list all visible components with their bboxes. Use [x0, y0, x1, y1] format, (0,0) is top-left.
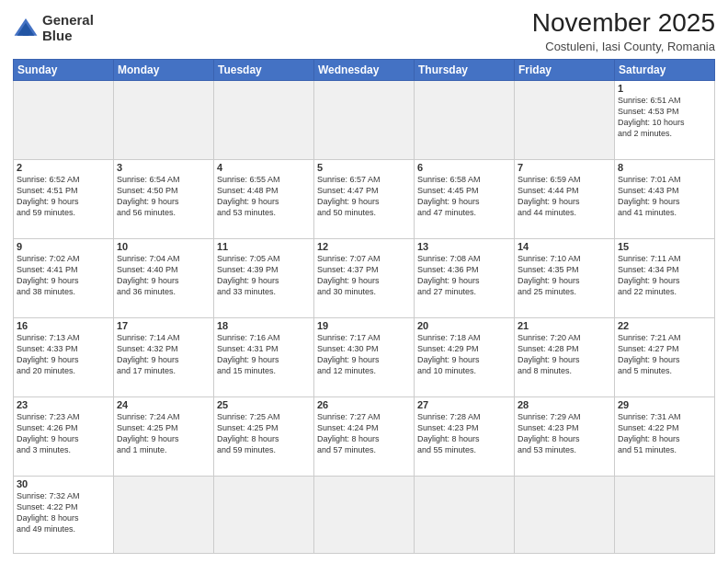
- day-info: Sunrise: 6:58 AM Sunset: 4:45 PM Dayligh…: [417, 174, 511, 219]
- day-info: Sunrise: 7:16 AM Sunset: 4:31 PM Dayligh…: [217, 332, 311, 377]
- day-number: 25: [217, 399, 311, 410]
- day-number: 21: [518, 320, 611, 331]
- day-info: Sunrise: 6:55 AM Sunset: 4:48 PM Dayligh…: [217, 174, 311, 219]
- calendar-week-row: 2Sunrise: 6:52 AM Sunset: 4:51 PM Daylig…: [14, 159, 715, 238]
- table-row: 4Sunrise: 6:55 AM Sunset: 4:48 PM Daylig…: [214, 159, 314, 238]
- day-info: Sunrise: 7:32 AM Sunset: 4:22 PM Dayligh…: [17, 490, 110, 535]
- table-row: [114, 80, 214, 159]
- day-info: Sunrise: 7:24 AM Sunset: 4:25 PM Dayligh…: [117, 411, 210, 456]
- calendar-table: Sunday Monday Tuesday Wednesday Thursday…: [13, 59, 715, 554]
- table-row: [214, 80, 314, 159]
- day-number: 20: [417, 320, 511, 331]
- header: General Blue November 2025 Costuleni, Ia…: [13, 9, 715, 53]
- day-info: Sunrise: 7:23 AM Sunset: 4:26 PM Dayligh…: [17, 411, 110, 456]
- calendar-week-row: 9Sunrise: 7:02 AM Sunset: 4:41 PM Daylig…: [14, 238, 715, 317]
- day-number: 19: [317, 320, 411, 331]
- day-number: 14: [518, 241, 611, 252]
- day-number: 6: [417, 162, 511, 173]
- day-number: 24: [117, 399, 210, 410]
- table-row: [314, 80, 415, 159]
- header-thursday: Thursday: [415, 59, 515, 80]
- table-row: 29Sunrise: 7:31 AM Sunset: 4:22 PM Dayli…: [615, 396, 715, 476]
- header-saturday: Saturday: [615, 59, 715, 80]
- day-info: Sunrise: 7:18 AM Sunset: 4:29 PM Dayligh…: [417, 332, 511, 377]
- svg-rect-2: [23, 29, 28, 35]
- page: General Blue November 2025 Costuleni, Ia…: [0, 0, 728, 563]
- table-row: 10Sunrise: 7:04 AM Sunset: 4:40 PM Dayli…: [114, 238, 214, 317]
- table-row: [214, 476, 314, 553]
- day-info: Sunrise: 7:11 AM Sunset: 4:34 PM Dayligh…: [618, 253, 711, 298]
- day-number: 16: [17, 320, 110, 331]
- day-info: Sunrise: 7:10 AM Sunset: 4:35 PM Dayligh…: [518, 253, 611, 298]
- day-number: 28: [518, 399, 611, 410]
- table-row: 17Sunrise: 7:14 AM Sunset: 4:32 PM Dayli…: [114, 317, 214, 396]
- table-row: 19Sunrise: 7:17 AM Sunset: 4:30 PM Dayli…: [314, 317, 415, 396]
- table-row: 5Sunrise: 6:57 AM Sunset: 4:47 PM Daylig…: [314, 159, 415, 238]
- day-info: Sunrise: 7:04 AM Sunset: 4:40 PM Dayligh…: [117, 253, 210, 298]
- table-row: 24Sunrise: 7:24 AM Sunset: 4:25 PM Dayli…: [114, 396, 214, 476]
- table-row: [515, 476, 615, 553]
- calendar-week-row: 1Sunrise: 6:51 AM Sunset: 4:53 PM Daylig…: [14, 80, 715, 159]
- header-sunday: Sunday: [14, 59, 114, 80]
- table-row: 15Sunrise: 7:11 AM Sunset: 4:34 PM Dayli…: [615, 238, 715, 317]
- calendar-week-row: 23Sunrise: 7:23 AM Sunset: 4:26 PM Dayli…: [14, 396, 715, 476]
- table-row: 20Sunrise: 7:18 AM Sunset: 4:29 PM Dayli…: [415, 317, 515, 396]
- table-row: 9Sunrise: 7:02 AM Sunset: 4:41 PM Daylig…: [14, 238, 114, 317]
- logo-line1: General: [42, 12, 94, 28]
- header-tuesday: Tuesday: [214, 59, 314, 80]
- day-info: Sunrise: 7:01 AM Sunset: 4:43 PM Dayligh…: [618, 174, 711, 219]
- table-row: [615, 476, 715, 553]
- day-number: 12: [317, 241, 411, 252]
- table-row: 22Sunrise: 7:21 AM Sunset: 4:27 PM Dayli…: [615, 317, 715, 396]
- table-row: 13Sunrise: 7:08 AM Sunset: 4:36 PM Dayli…: [415, 238, 515, 317]
- day-info: Sunrise: 7:13 AM Sunset: 4:33 PM Dayligh…: [17, 332, 110, 377]
- table-row: 28Sunrise: 7:29 AM Sunset: 4:23 PM Dayli…: [515, 396, 615, 476]
- day-info: Sunrise: 7:05 AM Sunset: 4:39 PM Dayligh…: [217, 253, 311, 298]
- calendar-header-row: Sunday Monday Tuesday Wednesday Thursday…: [14, 59, 715, 80]
- table-row: [415, 476, 515, 553]
- logo: General Blue: [13, 13, 94, 43]
- table-row: 2Sunrise: 6:52 AM Sunset: 4:51 PM Daylig…: [14, 159, 114, 238]
- day-info: Sunrise: 7:29 AM Sunset: 4:23 PM Dayligh…: [518, 411, 611, 456]
- table-row: 14Sunrise: 7:10 AM Sunset: 4:35 PM Dayli…: [515, 238, 615, 317]
- day-info: Sunrise: 7:20 AM Sunset: 4:28 PM Dayligh…: [518, 332, 611, 377]
- header-friday: Friday: [515, 59, 615, 80]
- table-row: [14, 80, 114, 159]
- day-number: 18: [217, 320, 311, 331]
- day-info: Sunrise: 7:21 AM Sunset: 4:27 PM Dayligh…: [618, 332, 711, 377]
- day-info: Sunrise: 7:14 AM Sunset: 4:32 PM Dayligh…: [117, 332, 210, 377]
- day-number: 7: [518, 162, 611, 173]
- day-info: Sunrise: 7:02 AM Sunset: 4:41 PM Dayligh…: [17, 253, 110, 298]
- day-number: 15: [618, 241, 711, 252]
- table-row: 18Sunrise: 7:16 AM Sunset: 4:31 PM Dayli…: [214, 317, 314, 396]
- table-row: 27Sunrise: 7:28 AM Sunset: 4:23 PM Dayli…: [415, 396, 515, 476]
- logo-icon: [13, 16, 39, 41]
- day-number: 22: [618, 320, 711, 331]
- table-row: [314, 476, 415, 553]
- table-row: [415, 80, 515, 159]
- month-title: November 2025: [532, 9, 715, 38]
- day-number: 8: [618, 162, 711, 173]
- day-number: 1: [618, 83, 711, 94]
- table-row: 16Sunrise: 7:13 AM Sunset: 4:33 PM Dayli…: [14, 317, 114, 396]
- day-number: 3: [117, 162, 210, 173]
- day-number: 9: [17, 241, 110, 252]
- table-row: 21Sunrise: 7:20 AM Sunset: 4:28 PM Dayli…: [515, 317, 615, 396]
- day-info: Sunrise: 7:17 AM Sunset: 4:30 PM Dayligh…: [317, 332, 411, 377]
- day-number: 11: [217, 241, 311, 252]
- table-row: 26Sunrise: 7:27 AM Sunset: 4:24 PM Dayli…: [314, 396, 415, 476]
- day-info: Sunrise: 6:59 AM Sunset: 4:44 PM Dayligh…: [518, 174, 611, 219]
- header-monday: Monday: [114, 59, 214, 80]
- day-number: 23: [17, 399, 110, 410]
- table-row: 7Sunrise: 6:59 AM Sunset: 4:44 PM Daylig…: [515, 159, 615, 238]
- calendar-week-row: 30Sunrise: 7:32 AM Sunset: 4:22 PM Dayli…: [14, 476, 715, 553]
- day-number: 10: [117, 241, 210, 252]
- day-number: 29: [618, 399, 711, 410]
- table-row: 25Sunrise: 7:25 AM Sunset: 4:25 PM Dayli…: [214, 396, 314, 476]
- day-info: Sunrise: 6:57 AM Sunset: 4:47 PM Dayligh…: [317, 174, 411, 219]
- title-block: November 2025 Costuleni, Iasi County, Ro…: [532, 9, 715, 53]
- day-number: 4: [217, 162, 311, 173]
- logo-line2: Blue: [42, 28, 73, 43]
- table-row: 11Sunrise: 7:05 AM Sunset: 4:39 PM Dayli…: [214, 238, 314, 317]
- day-info: Sunrise: 6:51 AM Sunset: 4:53 PM Dayligh…: [618, 95, 711, 140]
